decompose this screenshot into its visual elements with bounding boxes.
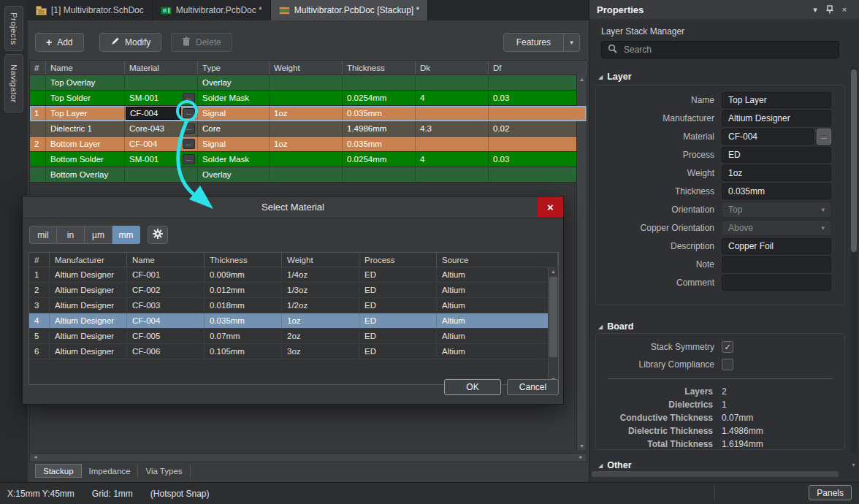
unit-button-in[interactable]: in (57, 226, 85, 244)
material-field[interactable]: CF-004 (722, 129, 814, 145)
delete-button[interactable]: Delete (171, 33, 232, 52)
material-value: Core-043 (129, 124, 164, 133)
note-field[interactable] (722, 256, 831, 272)
panel-menu-icon[interactable]: ▾ (808, 5, 822, 15)
view-tab-via-types[interactable]: Via Types (138, 464, 190, 478)
source-cell: Altium (437, 313, 558, 328)
manufacturer-field[interactable]: Altium Designer (722, 110, 831, 126)
df-cell: 0.02 (489, 121, 587, 136)
ok-button[interactable]: OK (444, 379, 501, 395)
column-header: Weight (270, 61, 343, 75)
scroll-down-icon[interactable]: ▼ (851, 462, 856, 467)
settings-button[interactable] (148, 226, 168, 244)
type-cell: Solder Mask (198, 91, 270, 105)
layer-name-cell: Bottom Layer (46, 137, 125, 151)
section-header-layer[interactable]: ◢ Layer (598, 72, 632, 82)
material-browse-button[interactable]: ... (183, 108, 195, 118)
scroll-down-icon[interactable]: ▼ (577, 443, 587, 448)
chevron-down-icon: ▾ (821, 224, 825, 232)
material-browse-button[interactable]: ... (817, 129, 831, 145)
sidebar-tab-navigator[interactable]: Navigator (4, 54, 23, 112)
material-edit-input[interactable]: CF-004 (126, 107, 181, 120)
table-row[interactable]: 2Bottom LayerCF-004...Signal1oz0.035mm (30, 137, 587, 152)
df-cell: 0.03 (489, 152, 587, 167)
document-tab[interactable]: Multivibrator.PcbDoc [Stackup] * (271, 0, 428, 20)
property-row: Note (596, 256, 844, 272)
conductive-thickness-label: Conductive Thickness (596, 413, 722, 423)
material-browse-button[interactable]: ... (183, 93, 195, 103)
material-row[interactable]: 4Altium DesignerCF-0040.035mm1ozEDAltium (29, 313, 558, 329)
panels-button[interactable]: Panels (809, 485, 852, 500)
features-dropdown-button[interactable]: Features ▾ (503, 33, 580, 52)
process-field[interactable]: ED (722, 147, 831, 163)
thickness-field[interactable]: 0.035mm (722, 183, 831, 199)
library-compliance-checkbox[interactable] (722, 359, 733, 370)
unit-button-µm[interactable]: µm (85, 226, 112, 244)
chevron-down-icon[interactable]: ▾ (563, 34, 579, 51)
comment-field[interactable] (722, 275, 831, 291)
source-cell: Altium (437, 329, 558, 343)
layer-name-cell: Top Overlay (46, 75, 125, 90)
name-field[interactable]: Top Layer (722, 92, 831, 108)
table-row[interactable]: Dielectric 1Core-043...Core1.4986mm4.30.… (30, 121, 587, 137)
properties-title: Properties (597, 4, 808, 15)
material-row[interactable]: 6Altium DesignerCF-0060.105mm3ozEDAltium (29, 344, 558, 359)
material-row[interactable]: 3Altium DesignerCF-0030.018mm1/2ozEDAlti… (29, 298, 558, 313)
sidebar-tab-projects[interactable]: Projects (4, 6, 23, 51)
row-number: 2 (30, 137, 46, 151)
scroll-up-icon[interactable]: ▲ (549, 269, 558, 274)
close-icon[interactable]: × (837, 5, 852, 14)
material-browse-button[interactable]: ... (183, 139, 195, 149)
scrollbar-thumb[interactable] (851, 69, 857, 252)
view-tab-stackup[interactable]: Stackup (35, 464, 82, 478)
material-row[interactable]: 2Altium DesignerCF-0020.012mm1/3ozEDAlti… (29, 283, 558, 298)
cancel-button[interactable]: Cancel (507, 379, 559, 395)
description-field[interactable]: Copper Foil (722, 238, 831, 254)
weight-field[interactable]: 1oz (722, 165, 831, 181)
section-title: Other (607, 460, 631, 470)
modify-button[interactable]: Modify (99, 33, 161, 52)
search-box (601, 41, 839, 58)
scroll-right-icon[interactable]: ► (579, 454, 584, 459)
material-table-header: #ManufacturerNameThicknessWeightProcessS… (29, 253, 558, 267)
material-browse-button[interactable]: ... (183, 154, 195, 164)
unit-button-mil[interactable]: mil (29, 226, 57, 244)
material-browse-button[interactable]: ... (183, 123, 195, 134)
stackup-vertical-scrollbar[interactable]: ▲ ▼ (576, 75, 587, 451)
pin-icon[interactable] (822, 5, 837, 14)
dk-cell: 4 (416, 152, 489, 167)
add-button[interactable]: + Add (35, 33, 84, 52)
view-tab-impedance[interactable]: Impedance (82, 464, 139, 478)
material-table-scrollbar[interactable]: ▲ ▼ (548, 267, 558, 384)
table-row[interactable]: Bottom OverlayOverlay (30, 167, 587, 183)
material-row[interactable]: 1Altium DesignerCF-0010.009mm1/4ozEDAlti… (29, 267, 558, 283)
thickness-cell: 0.035mm (343, 106, 416, 121)
section-header-other[interactable]: ◢ Other (598, 460, 632, 470)
column-header: Name (46, 61, 125, 75)
material-cell: Core-043... (125, 121, 198, 136)
stack-symmetry-checkbox[interactable]: ✓ (722, 341, 733, 353)
dialog-close-button[interactable]: × (538, 196, 563, 217)
document-tab[interactable]: Multivibrator.PcbDoc * (153, 0, 271, 20)
unit-button-mm[interactable]: mm (112, 226, 140, 244)
material-row[interactable]: 5Altium DesignerCF-0050.07mm2ozEDAltium (29, 329, 558, 344)
stackup-horizontal-scrollbar[interactable]: ◄ ► (29, 453, 587, 462)
scrollbar-thumb[interactable] (549, 277, 557, 357)
table-row[interactable]: Bottom SolderSM-001...Solder Mask0.0254m… (30, 152, 587, 167)
thickness-cell: 0.012mm (205, 283, 282, 297)
properties-vertical-scrollbar[interactable] (851, 66, 857, 453)
search-input[interactable] (622, 44, 833, 56)
stackup-table-header: #NameMaterialTypeWeightThicknessDkDf (30, 61, 587, 75)
table-row[interactable]: Top OverlayOverlay (30, 75, 587, 91)
scroll-up-icon[interactable]: ▲ (577, 77, 587, 82)
board-section-box: Stack Symmetry✓Library ComplianceLayers2… (595, 333, 845, 450)
scroll-left-icon[interactable]: ◄ (33, 454, 38, 459)
weight-cell (270, 167, 343, 182)
section-header-board[interactable]: ◢ Board (598, 321, 633, 332)
table-row[interactable]: Top SolderSM-001...Solder Mask0.0254mm40… (30, 91, 587, 106)
table-row[interactable]: 1Top LayerCF-004...Signal1oz0.035mm (30, 106, 587, 121)
name-label: Name (596, 95, 722, 105)
document-tab[interactable]: [1] Multivibrator.SchDoc (28, 0, 153, 20)
properties-horizontal-scrollbar[interactable] (592, 471, 839, 477)
row-number (30, 167, 46, 182)
